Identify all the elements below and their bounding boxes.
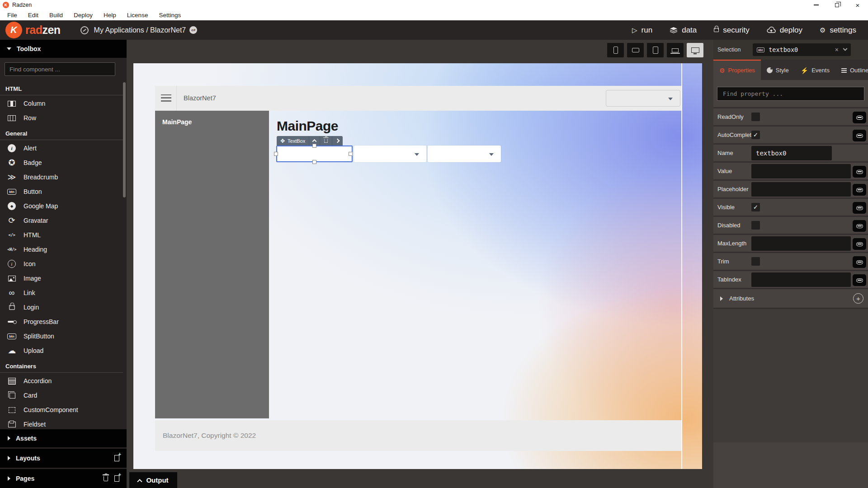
disabled-checkbox[interactable] (751, 221, 760, 230)
inspector-empty-area (713, 308, 868, 442)
design-canvas[interactable]: BlazorNet7 MainPage MainPage ✥ TextBox B… (133, 63, 702, 469)
breadcrumb-text[interactable]: My Applications / BlazorNet7 (94, 26, 186, 34)
device-laptop-button[interactable] (667, 43, 684, 57)
toolbox-item-card[interactable]: Card (0, 388, 123, 403)
data-button[interactable]: data (670, 26, 697, 35)
toolbox-item-fieldset[interactable]: Fieldset (0, 417, 123, 428)
tab-properties[interactable]: ⚙ Properties (713, 60, 761, 80)
new-layout-icon[interactable] (114, 455, 119, 461)
toolbox-item-image[interactable]: Image (0, 271, 123, 286)
toolbox-item-splitbutton[interactable]: btnSplitButton (0, 329, 123, 343)
toolbox-scrollbar[interactable] (123, 82, 126, 197)
next-component-button[interactable] (332, 136, 343, 145)
bind-autocomplete-button[interactable] (853, 130, 866, 141)
toolbox-item-google-map[interactable]: ◆Google Map (0, 199, 123, 213)
panel-layouts[interactable]: Layouts (0, 449, 127, 468)
autocomplete-checkbox[interactable] (751, 131, 760, 139)
device-phone-portrait-button[interactable] (607, 43, 624, 57)
device-phone-landscape-button[interactable] (627, 43, 644, 57)
selection-dropdown[interactable]: abc textbox0 × (753, 43, 851, 56)
tab-style[interactable]: Style (761, 60, 795, 80)
toolbox-item-row[interactable]: Row (0, 111, 123, 125)
toolbox-item-upload[interactable]: ☁Upload (0, 343, 123, 358)
security-button[interactable]: security (714, 26, 750, 35)
bind-value-button[interactable] (853, 166, 866, 178)
tab-outline[interactable]: Outline (835, 60, 868, 80)
menu-help[interactable]: Help (98, 12, 122, 19)
resize-handle-bottom[interactable] (312, 160, 316, 164)
panel-assets[interactable]: Assets (0, 429, 127, 447)
placeholder-field[interactable] (751, 182, 851, 197)
toolbox-item-button[interactable]: btnButton (0, 184, 123, 199)
component-drag-handle[interactable]: ✥ TextBox (277, 136, 309, 145)
component-name-label: TextBox (288, 138, 305, 144)
readonly-checkbox[interactable] (751, 113, 760, 121)
clear-selection-icon[interactable]: × (835, 46, 839, 53)
toolbox-item-column[interactable]: Column (0, 96, 123, 111)
menu-build[interactable]: Build (44, 12, 68, 19)
toolbox-item-icon[interactable]: iIcon (0, 257, 123, 271)
toolbox-item-link[interactable]: ∞Link (0, 286, 123, 300)
bind-tabindex-button[interactable] (853, 274, 866, 286)
toolbox-item-accordion[interactable]: Accordion (0, 374, 123, 388)
chevron-right-icon (8, 456, 10, 460)
bind-maxlength-button[interactable] (853, 238, 866, 250)
output-tab[interactable]: Output (129, 472, 177, 488)
delete-component-button[interactable] (320, 136, 332, 145)
app-profile-dropdown[interactable] (606, 90, 680, 107)
resize-handle-left[interactable] (274, 152, 278, 156)
run-button[interactable]: ▷ run (632, 26, 652, 35)
minimize-button[interactable] (806, 0, 826, 10)
menu-deploy[interactable]: Deploy (68, 12, 98, 19)
menu-settings[interactable]: Settings (153, 12, 186, 19)
bind-visible-button[interactable] (853, 202, 866, 214)
hamburger-icon[interactable] (161, 94, 171, 102)
gravatar-icon: ⟳ (6, 215, 17, 226)
settings-button[interactable]: ⚙ settings (820, 26, 856, 35)
trim-checkbox[interactable] (751, 257, 760, 266)
menu-license[interactable]: License (122, 12, 154, 19)
toolbox-item-login[interactable]: Login (0, 300, 123, 314)
resize-handle-right[interactable] (349, 152, 353, 156)
new-page-icon[interactable] (114, 475, 119, 482)
bind-trim-button[interactable] (853, 256, 866, 268)
toolbox-item-breadcrumb[interactable]: ≫Breadcrumb (0, 170, 123, 184)
resize-handle-top[interactable] (312, 144, 316, 148)
toolbox-item-heading[interactable]: <H/>Heading (0, 242, 123, 257)
bind-readonly-button[interactable] (853, 112, 866, 123)
upload-icon: ☁ (6, 345, 17, 356)
bind-disabled-button[interactable] (853, 220, 866, 232)
panel-pages[interactable]: Pages (0, 469, 127, 488)
toolbox-item-gravatar[interactable]: ⟳Gravatar (0, 213, 123, 228)
add-attribute-button[interactable]: + (853, 293, 863, 304)
tabindex-field[interactable] (751, 272, 851, 287)
find-property-input[interactable] (717, 87, 864, 101)
visible-checkbox[interactable] (751, 203, 760, 211)
find-component-input[interactable] (5, 62, 115, 76)
device-tablet-button[interactable] (647, 43, 664, 57)
run-label: run (642, 26, 653, 35)
bind-placeholder-button[interactable] (853, 184, 866, 196)
device-desktop-button[interactable] (687, 43, 703, 57)
delete-page-icon[interactable] (104, 476, 108, 481)
close-button[interactable]: × (847, 0, 868, 10)
toolbox-item-progressbar[interactable]: ProgressBar (0, 314, 123, 329)
menu-file[interactable]: File (2, 12, 23, 19)
menu-edit[interactable]: Edit (23, 12, 44, 19)
name-field[interactable] (751, 146, 832, 160)
maxlength-field[interactable] (751, 236, 851, 251)
toolbox-item-html[interactable]: </>HTML (0, 228, 123, 242)
sidebar-item-mainpage[interactable]: MainPage (155, 111, 269, 133)
tab-events[interactable]: ⚡ Events (795, 60, 835, 80)
value-field[interactable] (751, 164, 851, 178)
deploy-button[interactable]: deploy (767, 26, 802, 35)
toolbox-item-alert[interactable]: iAlert (0, 141, 123, 155)
component-toolbar: ✥ TextBox (277, 136, 343, 145)
toolbox-header[interactable]: Toolbox (0, 40, 127, 58)
dropdown-component-1[interactable] (354, 145, 426, 162)
attributes-row[interactable]: Attributes + (713, 288, 868, 308)
toolbox-item-customcomponent[interactable]: CustomComponent (0, 403, 123, 417)
restore-button[interactable] (826, 0, 847, 10)
dropdown-component-2[interactable] (428, 145, 501, 162)
toolbox-item-badge[interactable]: ✪Badge (0, 155, 123, 170)
